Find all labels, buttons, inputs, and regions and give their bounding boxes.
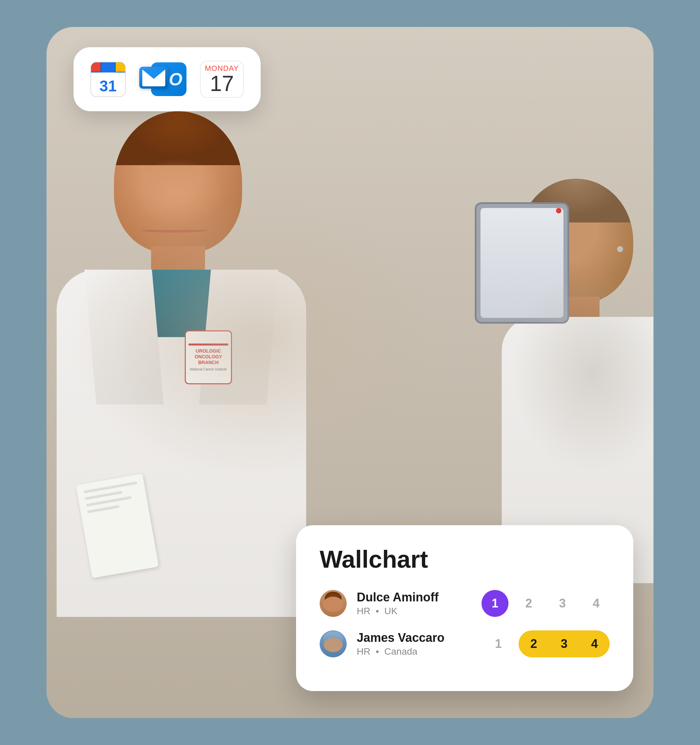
james-location: Canada [384, 646, 417, 657]
google-calendar-icon[interactable]: 31 [90, 62, 126, 97]
person-info-dulce: Dulce Aminoff HR • UK [357, 590, 471, 616]
wallchart-card: Wallchart Dulce Aminoff HR • UK [296, 525, 633, 691]
icons-card: 31 O Monday 17 [73, 47, 261, 111]
james-meta: HR • Canada [357, 646, 475, 657]
wallchart-title: Wallchart [320, 545, 610, 573]
james-week-2: 2 [519, 630, 549, 657]
person-row-james: James Vaccaro HR • Canada 1 2 3 [320, 630, 610, 657]
dulce-weeks: 1 2 3 4 [481, 590, 610, 617]
james-week-1: 1 [485, 630, 512, 657]
outlook-envelope-flap [142, 69, 165, 79]
dulce-week-2: 2 [515, 590, 542, 617]
dulce-dept: HR [357, 606, 370, 616]
outlook-letter: O [169, 69, 183, 89]
dulce-week-3: 3 [549, 590, 576, 617]
person-row-dulce: Dulce Aminoff HR • UK 1 2 3 [320, 590, 610, 617]
avatar-dulce [320, 590, 347, 617]
james-separator: • [376, 646, 379, 657]
main-card: UROLOGICONCOLOGYBRANCH National Cancer I… [46, 27, 654, 718]
dulce-name: Dulce Aminoff [357, 590, 471, 604]
james-weeks: 1 2 3 4 [485, 630, 610, 657]
james-name: James Vaccaro [357, 631, 475, 645]
outlook-envelope [139, 67, 168, 89]
outlook-envelope-white [142, 69, 165, 86]
dulce-week-4: 4 [583, 590, 610, 617]
james-week-3: 3 [549, 630, 579, 657]
dulce-location: UK [384, 606, 397, 616]
james-week-4: 4 [579, 630, 610, 657]
james-dept: HR [357, 646, 370, 657]
calendar-date-number: 17 [210, 73, 234, 94]
outlook-icon[interactable]: O [139, 61, 186, 98]
avatar-james [320, 630, 347, 657]
dulce-separator: • [376, 606, 379, 616]
gcal-number: 31 [91, 77, 125, 95]
calendar-date-widget[interactable]: Monday 17 [200, 61, 244, 98]
person-info-james: James Vaccaro HR • Canada [357, 631, 475, 657]
james-yellow-pill: 2 3 4 [519, 630, 610, 657]
dulce-meta: HR • UK [357, 606, 471, 616]
dulce-week-1: 1 [481, 590, 508, 617]
